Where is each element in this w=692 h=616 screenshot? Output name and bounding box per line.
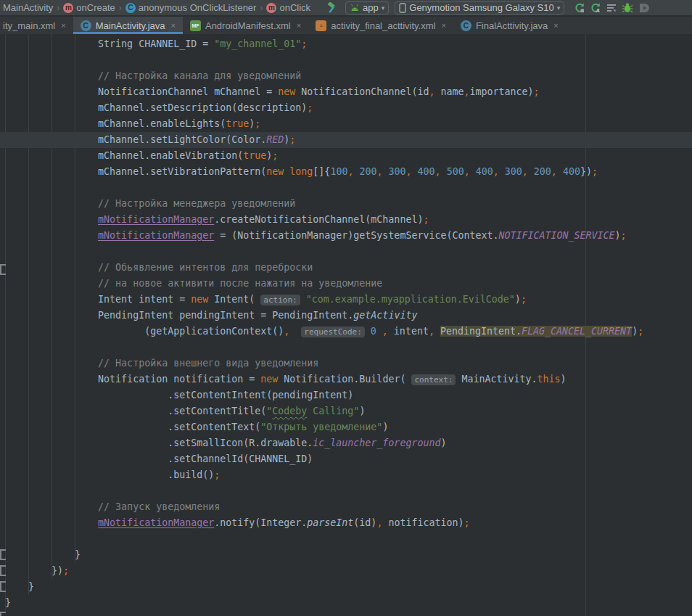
code-line[interactable]: mChannel.setVibrationPattern(new long[]{… [0,164,692,180]
code-token: Codeby [272,406,307,416]
fold-marker[interactable] [0,581,6,592]
code-line[interactable]: .build(); [0,467,692,483]
breadcrumb-item[interactable]: m onClick [265,2,312,13]
code-line[interactable]: mNotificationManager.notify(Integer.pars… [0,515,692,531]
code-token: .setContentIntent(pendingIntent) [168,390,353,401]
profile-app-icon[interactable] [635,1,651,15]
code-line[interactable]: .setContentIntent(pendingIntent) [0,387,692,403]
code-line[interactable]: .setSmallIcon(R.drawable.ic_launcher_for… [0,435,692,451]
code-area[interactable]: String CHANNEL_ID = "my_channel_01"; // … [0,34,692,611]
close-icon[interactable]: × [297,21,301,30]
tab-mainactivity-java[interactable]: C MainActivity.java × [73,17,183,34]
code-token: ; [621,230,627,241]
close-icon[interactable]: × [553,21,558,30]
code-line[interactable]: Notification notification = new Notifica… [0,371,692,387]
code-line[interactable]: // Обьявление интентов для переброски [0,260,692,276]
code-line[interactable]: // Настройка внешнего вида уведомления [0,356,692,371]
tab-finalacttivity-java[interactable]: C FinalActtivity.java × [453,17,566,34]
breadcrumb-item[interactable]: C anonymous OnClickListener [124,2,258,13]
code-token: new [260,374,278,385]
code-token: ; [289,134,295,145]
code-token: ; [214,469,220,480]
fold-marker[interactable] [0,612,6,616]
code-editor[interactable]: String CHANNEL_ID = "my_channel_01"; // … [0,34,692,616]
breadcrumb-item[interactable]: m onCreate [62,2,116,13]
code-token: ) [440,438,446,448]
code-token: notification) [382,517,464,528]
fold-marker[interactable] [0,549,6,560]
fold-marker[interactable] [0,565,6,576]
breadcrumb-item[interactable]: MainActivity [0,2,54,13]
close-icon[interactable]: × [441,21,445,30]
code-line[interactable]: mNotificationManager = (NotificationMana… [0,228,692,244]
debug-bug-icon[interactable] [619,1,635,15]
tab-activity-main-xml[interactable]: ity_main.xml × [0,17,73,34]
code-token [382,166,388,177]
code-token: ic_launcher_foreground [313,438,440,448]
manifest-file-icon: MF [190,20,201,31]
rerun-activity-icon[interactable] [572,1,588,15]
code-token: ; [307,102,313,113]
close-icon[interactable]: × [171,21,176,30]
code-line[interactable]: } [0,595,692,611]
code-line[interactable]: mChannel.setDescription(description); [0,100,692,116]
code-token [365,326,371,337]
code-token: ; [534,86,540,97]
code-token: ; [301,38,307,49]
build-hammer-icon[interactable] [324,1,339,15]
device-label: Genymotion Samsung Galaxy S10 [409,2,553,13]
code-line[interactable]: .setContentTitle("Codeby Calling") [0,403,692,419]
close-icon[interactable]: × [61,21,65,30]
code-token: true [226,118,249,129]
breadcrumb-separator: › [258,3,265,13]
code-token: new [266,166,284,177]
code-line[interactable] [0,52,692,68]
code-line[interactable]: String CHANNEL_ID = "my_channel_01"; [0,36,692,52]
run-configuration-dropdown[interactable]: app ▾ [345,1,389,15]
code-line[interactable]: (getApplicationContext(), requestCode: 0… [0,324,692,340]
code-line[interactable]: // Настройка менеджера уведомлений [0,196,692,212]
breadcrumb-label: MainActivity [3,2,53,13]
code-line[interactable]: .setChannelId(CHANNEL_ID) [0,451,692,467]
code-token: } [75,549,81,560]
breadcrumb-label: onClick [279,2,310,13]
code-token: Notification notification = [98,374,260,385]
code-token: NOTIFICATION_SERVICE [498,230,614,241]
device-selector-dropdown[interactable]: Genymotion Samsung Galaxy S10 ▾ [395,1,564,15]
code-line[interactable]: // Запуск уведомления [0,499,692,515]
code-line[interactable]: mChannel.enableVibration(true); [0,148,692,164]
code-token: , [382,326,388,337]
code-line[interactable] [0,531,692,547]
code-line[interactable] [0,180,692,196]
code-line[interactable]: mChannel.setLightColor(Color.RED); [0,132,692,148]
code-token: } [28,581,34,592]
code-token: // Настройка канала для уведомлений [98,70,301,81]
code-token: 100 [330,166,347,177]
profiler-sessions-icon[interactable] [604,1,619,15]
fold-marker[interactable] [0,264,6,275]
code-line[interactable]: } [0,547,692,563]
code-token: String CHANNEL_ID = [98,38,214,49]
apply-code-changes-icon[interactable]: A [588,1,604,15]
code-line[interactable] [0,340,692,356]
code-token: ; [423,214,429,225]
code-token: mNotificationManager [98,230,214,241]
tab-label: activity_final_acttivity.xml [331,20,435,31]
tab-activity-final-acttivity-xml[interactable]: ≡ activity_final_acttivity.xml × [308,17,453,34]
code-line[interactable]: }); [0,563,692,579]
method-icon: m [63,3,73,13]
tab-androidmanifest-xml[interactable]: MF AndroidManifest.xml × [183,17,308,34]
code-line[interactable]: NotificationChannel mChannel = new Notif… [0,84,692,100]
code-line[interactable]: mNotificationManager.createNotificationC… [0,212,692,228]
code-line[interactable] [0,244,692,260]
code-line[interactable]: PendingIntent pendingIntent = PendingInt… [0,308,692,324]
code-line[interactable] [0,483,692,499]
code-line[interactable]: Intent intent = new Intent( action: "com… [0,292,692,308]
code-line[interactable]: mChannel.enableLights(true); [0,116,692,132]
code-line[interactable]: } [0,579,692,595]
code-line[interactable]: // на новое активити после нажатия на ув… [0,276,692,292]
code-token: }) [580,166,592,177]
code-line[interactable]: // Настройка канала для уведомлений [0,68,692,84]
code-line[interactable]: .setContentText("Открыть уведомление") [0,419,692,435]
code-token: ; [255,118,260,129]
